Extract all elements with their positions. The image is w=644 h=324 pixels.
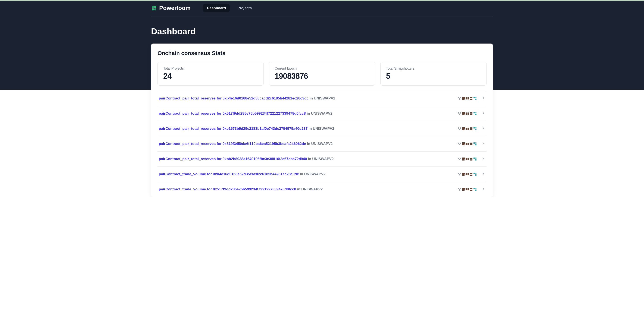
- svg-point-119: [473, 187, 477, 192]
- svg-rect-71: [475, 142, 476, 144]
- stat-label: Total Projects: [163, 67, 258, 70]
- project-link[interactable]: pairContract_pair_total_reserves for 0x8…: [159, 142, 306, 146]
- svg-rect-37: [475, 112, 476, 113]
- svg-rect-94: [462, 173, 465, 174]
- snapshotter-avatars: [458, 141, 478, 146]
- project-link[interactable]: pairContract_pair_total_reserves for 0xb…: [159, 96, 308, 100]
- svg-rect-5: [458, 97, 459, 98]
- svg-rect-39: [458, 127, 459, 129]
- svg-rect-12: [466, 97, 467, 99]
- project-suffix: in UNISWAPV2: [297, 187, 323, 191]
- project-link[interactable]: pairContract_pair_total_reserves for 0xe…: [159, 127, 308, 131]
- project-suffix: in UNISWAPV2: [308, 157, 334, 161]
- svg-rect-70: [475, 144, 476, 145]
- svg-rect-3: [154, 8, 156, 10]
- svg-rect-61: [462, 144, 464, 145]
- snapshotter-avatars: [458, 126, 478, 131]
- list-item[interactable]: pairContract_pair_total_reserves for 0xe…: [158, 121, 486, 136]
- svg-rect-58: [459, 144, 460, 145]
- svg-rect-105: [475, 173, 476, 174]
- list-item-text: pairContract_trade_volume for 0xb4e16d01…: [159, 172, 326, 176]
- svg-rect-97: [466, 173, 467, 175]
- svg-rect-121: [475, 190, 476, 191]
- chevron-right-icon: [482, 141, 485, 146]
- list-item[interactable]: pairContract_pair_total_reserves for 0x8…: [158, 136, 486, 152]
- svg-rect-54: [475, 127, 476, 128]
- stat-label: Total Snapshotters: [386, 67, 481, 70]
- svg-rect-83: [470, 158, 472, 159]
- svg-rect-75: [459, 159, 460, 160]
- svg-rect-19: [475, 99, 476, 100]
- snapshotter-avatars: [458, 172, 478, 177]
- svg-rect-88: [475, 158, 476, 159]
- tab-projects-label: Projects: [238, 6, 252, 10]
- svg-rect-73: [458, 158, 459, 159]
- svg-rect-24: [459, 114, 460, 115]
- snapshotter-avatars: [458, 96, 478, 101]
- svg-point-51: [473, 126, 477, 131]
- stat-current-epoch: Current Epoch 19083876: [269, 62, 375, 86]
- card-title: Onchain consensus Stats: [158, 50, 486, 56]
- svg-point-102: [473, 172, 477, 177]
- svg-rect-20: [475, 97, 476, 98]
- svg-rect-7: [459, 98, 460, 100]
- project-suffix: in UNISWAPV2: [300, 172, 326, 176]
- svg-rect-103: [474, 173, 475, 174]
- list-item[interactable]: pairContract_pair_total_reserves for 0x5…: [158, 106, 486, 121]
- project-link[interactable]: pairContract_trade_volume for 0x517f9dd2…: [159, 187, 296, 191]
- tab-dashboard-label: Dashboard: [207, 6, 226, 10]
- svg-rect-114: [466, 188, 467, 190]
- chevron-right-icon: [482, 157, 485, 161]
- svg-rect-9: [462, 97, 465, 99]
- svg-rect-33: [470, 114, 472, 115]
- list-item[interactable]: pairContract_trade_volume for 0xb4e16d01…: [158, 167, 486, 182]
- svg-rect-32: [470, 112, 472, 114]
- list-item[interactable]: pairContract_pair_total_reserves for 0xb…: [158, 91, 486, 106]
- top-nav: Powerloom Dashboard Projects: [151, 0, 493, 16]
- project-suffix: in UNISWAPV2: [307, 111, 332, 115]
- project-suffix: in UNISWAPV2: [308, 127, 334, 131]
- svg-rect-78: [462, 159, 464, 161]
- project-link[interactable]: pairContract_pair_total_reserves for 0x5…: [159, 111, 306, 115]
- svg-rect-35: [474, 112, 475, 113]
- project-link[interactable]: pairContract_trade_volume for 0xb4e16d01…: [159, 172, 299, 176]
- nav-tabs: Dashboard Projects: [203, 4, 256, 12]
- svg-rect-117: [470, 188, 472, 189]
- snapshotter-avatars: [458, 187, 478, 192]
- project-list: pairContract_pair_total_reserves for 0xb…: [158, 91, 486, 197]
- tab-dashboard[interactable]: Dashboard: [203, 4, 230, 12]
- project-suffix: in UNISWAPV2: [307, 142, 333, 146]
- brand[interactable]: Powerloom: [151, 5, 190, 11]
- svg-rect-92: [459, 174, 460, 175]
- stat-value: 5: [386, 72, 481, 81]
- svg-rect-44: [462, 129, 464, 130]
- svg-rect-1: [154, 6, 156, 8]
- svg-rect-53: [475, 129, 476, 130]
- svg-rect-43: [462, 127, 465, 129]
- svg-rect-49: [470, 127, 472, 129]
- svg-rect-2: [152, 8, 154, 10]
- svg-rect-104: [475, 174, 476, 176]
- svg-rect-101: [470, 175, 472, 176]
- list-item-text: pairContract_pair_total_reserves for 0xb…: [159, 157, 334, 161]
- list-item-text: pairContract_trade_volume for 0x517f9dd2…: [159, 187, 323, 191]
- project-link[interactable]: pairContract_pair_total_reserves for 0xb…: [159, 157, 307, 161]
- stat-value: 19083876: [274, 72, 369, 81]
- svg-rect-0: [152, 6, 154, 8]
- page-title: Dashboard: [151, 27, 493, 36]
- list-item-text: pairContract_pair_total_reserves for 0x8…: [159, 142, 333, 146]
- project-suffix: in UNISWAPV2: [310, 96, 335, 100]
- list-item[interactable]: pairContract_trade_volume for 0x517f9dd2…: [158, 182, 486, 197]
- svg-rect-56: [458, 143, 459, 144]
- svg-rect-27: [462, 114, 464, 115]
- stats-grid: Total Projects 24 Current Epoch 19083876…: [158, 62, 486, 86]
- list-item[interactable]: pairContract_pair_total_reserves for 0xb…: [158, 152, 486, 167]
- tab-projects[interactable]: Projects: [234, 4, 256, 12]
- svg-rect-87: [475, 159, 476, 161]
- svg-rect-84: [470, 159, 472, 161]
- snapshotter-avatars: [458, 156, 478, 162]
- svg-rect-112: [462, 190, 464, 191]
- svg-rect-111: [462, 188, 465, 190]
- brand-name: Powerloom: [159, 5, 190, 11]
- svg-rect-120: [474, 188, 475, 189]
